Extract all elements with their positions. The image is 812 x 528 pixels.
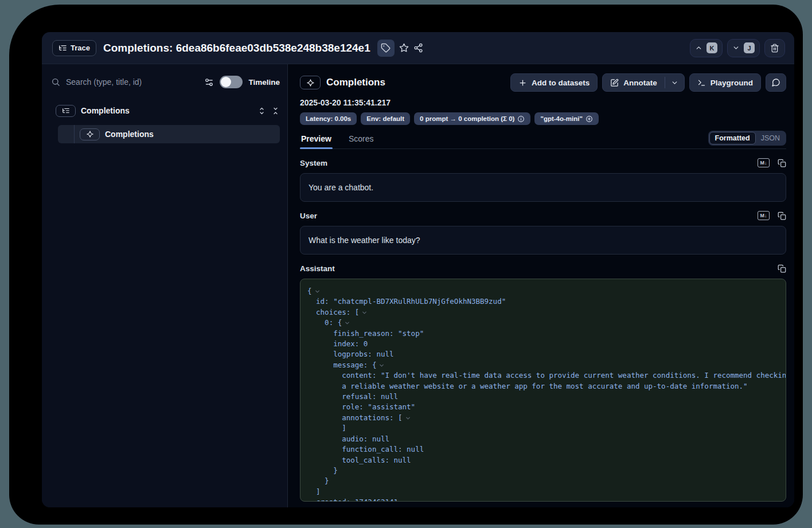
format-option-json[interactable]: JSON [756,132,785,144]
user-role-label: User [300,212,317,220]
assistant-json-code[interactable]: { id: "chatcmpl-BD7XRulRhULb7NjGfeOkhN3B… [300,279,786,502]
format-toggle: Formatted JSON [708,131,786,146]
annotate-button[interactable]: Annotate [603,74,665,91]
json-line: tool_calls: null [307,455,779,466]
observation-title: Completions [326,77,385,88]
info-icon [517,115,525,123]
star-icon [399,43,409,53]
json-line: id: "chatcmpl-BD7XRulRhULb7NjGfeOkhN3BB9… [307,296,779,307]
settings-icon[interactable] [204,77,214,87]
assistant-role-label: Assistant [300,264,335,273]
trace-type-badge: Trace [52,40,96,56]
collapse-all-icon[interactable] [271,107,280,115]
tab-preview[interactable]: Preview [300,134,333,148]
generation-sparkle-icon [80,128,100,140]
json-line: } [307,466,779,476]
shortcut-key-k: K [706,42,717,53]
latency-badge: Latency: 0.00s [300,112,357,125]
collapse-node-icon[interactable] [405,415,411,421]
json-line: content: "I don't have real-time data ac… [307,370,779,381]
model-badge[interactable]: "gpt-4o-mini" [534,112,599,125]
token-usage-badge[interactable]: 0 prompt → 0 completion (Σ 0) [414,112,530,125]
prev-trace-button[interactable]: K [690,39,723,57]
playground-label: Playground [710,79,753,87]
tag-button[interactable] [377,40,395,57]
trace-tree-icon [56,105,76,117]
chevron-up-icon [695,44,702,52]
collapse-node-icon[interactable] [344,320,350,326]
assistant-message-section: Assistant { id: "chatcmpl-BD7XRulRhULb7N… [300,263,786,502]
timeline-toggle[interactable] [220,76,243,88]
system-message-section: System M↓ You are a chatbot. [300,157,786,202]
copy-icon[interactable] [778,264,786,273]
user-message-content: What is the weather like today? [300,226,786,255]
annotate-split-button: Annotate [602,73,685,92]
chevron-down-icon [732,44,740,52]
json-line: refusal: null [307,392,779,402]
tree-guide-line [74,125,75,143]
environment-badge: Env: default [361,112,410,125]
chevron-down-icon [671,79,678,87]
copy-icon[interactable] [778,212,786,220]
json-line: a reliable weather website or a weather … [307,381,779,392]
app-frame: Trace Completions: 6dea86b6feae03db538e2… [9,5,803,525]
playground-button[interactable]: Playground [689,73,761,92]
plus-icon [518,79,527,87]
json-line: finish_reason: "stop" [307,328,779,339]
annotate-dropdown-button[interactable] [665,74,684,91]
trace-tree-sidebar: Timeline Completions [42,64,288,507]
tab-scores[interactable]: Scores [348,134,375,148]
system-role-label: System [300,159,327,167]
next-trace-button[interactable]: J [727,39,760,57]
json-line: annotations: [ [307,413,779,423]
tree-item-generation[interactable]: Completions [58,125,280,143]
observation-timestamp: 2025-03-20 11:35:41.217 [300,98,786,107]
preview-tabs: Preview Scores Formatted JSON [300,131,786,149]
collapse-node-icon[interactable] [378,362,385,369]
list-tree-icon [58,44,67,52]
json-line: index: 0 [307,339,779,349]
delete-trace-button[interactable] [764,39,785,57]
expand-all-icon[interactable] [257,107,266,115]
json-line: ] [307,423,779,433]
comment-bubble-icon [771,78,780,87]
markdown-toggle-icon[interactable]: M↓ [758,158,770,167]
annotate-pen-icon [610,79,619,87]
collapse-node-icon[interactable] [314,288,321,295]
system-message-content: You are a chatbot. [300,173,786,202]
star-button[interactable] [399,43,409,53]
page-title: Completions: 6dea86b6feae03db538e248b38e… [103,42,370,54]
share-button[interactable] [413,43,423,53]
shortcut-key-j: J [744,42,755,53]
terminal-icon [697,79,706,87]
json-line: 0: { [307,318,779,328]
json-line: message: { [307,360,779,370]
add-to-datasets-label: Add to datasets [532,79,590,87]
copy-icon[interactable] [778,159,786,167]
tag-icon [381,43,391,53]
json-line: { [307,286,779,296]
json-line: created: 1742462141 [307,497,779,502]
json-line: function_call: null [307,444,779,455]
json-line: role: "assistant" [307,402,779,412]
trash-icon [770,44,779,53]
search-icon [51,77,60,87]
trace-window: Trace Completions: 6dea86b6feae03db538e2… [42,32,794,507]
json-line: choices: [ [307,307,779,318]
trace-badge-label: Trace [71,44,90,52]
share-icon [413,43,423,53]
tree-item-trace-root[interactable]: Completions [51,103,280,119]
topbar: Trace Completions: 6dea86b6feae03db538e2… [42,32,794,64]
format-option-formatted[interactable]: Formatted [709,132,756,144]
generation-sparkle-icon [300,76,321,89]
annotate-label: Annotate [623,79,657,87]
search-input[interactable] [66,77,198,87]
json-line: } [307,476,779,486]
tree-root-label: Completions [81,106,130,115]
tree-child-label: Completions [105,130,154,139]
user-message-section: User M↓ What is the weather like today? [300,210,786,255]
comments-button[interactable] [766,73,786,92]
collapse-node-icon[interactable] [361,310,368,316]
add-to-datasets-button[interactable]: Add to datasets [510,73,598,92]
markdown-toggle-icon[interactable]: M↓ [758,211,770,220]
